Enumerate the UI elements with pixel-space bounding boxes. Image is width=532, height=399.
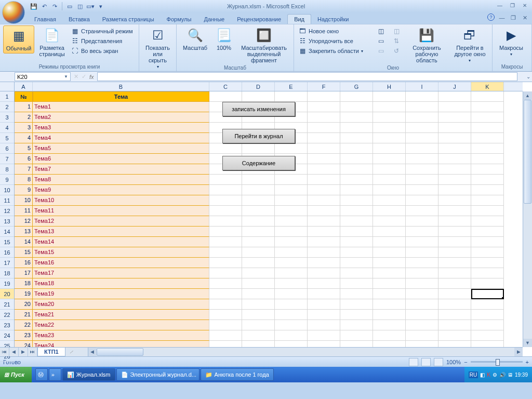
column-headers[interactable]: ABCDEFGHIJK bbox=[15, 82, 523, 91]
scroll-right-icon[interactable]: ▶ bbox=[514, 348, 523, 356]
ribbon-tab[interactable]: Рецензирование bbox=[231, 15, 287, 24]
cell[interactable] bbox=[340, 133, 373, 143]
reset-pos-button[interactable]: ↺ bbox=[391, 46, 403, 56]
cell[interactable] bbox=[209, 237, 242, 247]
cell[interactable] bbox=[275, 216, 308, 227]
ribbon-tab[interactable]: Главная bbox=[28, 15, 62, 24]
normal-view-button[interactable]: ▦ Обычный bbox=[3, 25, 34, 54]
cell[interactable] bbox=[406, 310, 438, 320]
cell[interactable] bbox=[471, 206, 504, 216]
close-icon[interactable]: ✕ bbox=[520, 1, 530, 9]
cell[interactable] bbox=[438, 164, 471, 175]
cell[interactable] bbox=[340, 310, 373, 320]
cell[interactable] bbox=[242, 185, 275, 195]
cell[interactable] bbox=[340, 299, 373, 310]
cell[interactable] bbox=[471, 185, 504, 195]
cell[interactable]: 2 bbox=[15, 112, 33, 123]
cell[interactable] bbox=[373, 143, 406, 154]
full-screen-button[interactable]: ⛶Во весь экран bbox=[70, 46, 134, 56]
cell[interactable] bbox=[209, 195, 242, 206]
cell[interactable] bbox=[471, 330, 504, 341]
row-header[interactable]: 20 bbox=[0, 289, 14, 299]
cell[interactable] bbox=[242, 278, 275, 289]
cell[interactable]: 1 bbox=[15, 102, 33, 112]
cell[interactable] bbox=[308, 237, 340, 247]
cell[interactable]: Тема20 bbox=[33, 299, 209, 310]
tray-icon[interactable]: K bbox=[487, 372, 490, 378]
cell[interactable]: Тема12 bbox=[33, 216, 209, 227]
cell[interactable] bbox=[308, 310, 340, 320]
cell[interactable]: 23 bbox=[15, 330, 33, 341]
new-sheet-tab[interactable]: ⟋ bbox=[65, 348, 77, 356]
cell[interactable] bbox=[373, 320, 406, 330]
cell[interactable] bbox=[406, 206, 438, 216]
cell[interactable] bbox=[340, 91, 373, 102]
qat-icon[interactable]: ▭▾ bbox=[86, 2, 95, 11]
cell[interactable]: Тема21 bbox=[33, 310, 209, 320]
cell[interactable] bbox=[406, 195, 438, 206]
cell[interactable] bbox=[471, 258, 504, 268]
cell[interactable] bbox=[275, 320, 308, 330]
qat-dropdown-icon[interactable]: ▾ bbox=[96, 2, 105, 11]
cell[interactable] bbox=[275, 258, 308, 268]
cell[interactable] bbox=[209, 310, 242, 320]
column-header[interactable]: J bbox=[438, 82, 471, 91]
row-header[interactable]: 10 bbox=[0, 185, 14, 195]
cell[interactable] bbox=[471, 299, 504, 310]
quick-launch-item[interactable]: Ⓜ bbox=[35, 368, 48, 381]
cell[interactable] bbox=[373, 216, 406, 227]
cell[interactable] bbox=[340, 227, 373, 237]
cell[interactable]: 22 bbox=[15, 320, 33, 330]
cell[interactable]: 24 bbox=[15, 341, 33, 347]
cell[interactable]: Тема24 bbox=[33, 341, 209, 347]
cell[interactable]: Тема11 bbox=[33, 206, 209, 216]
cell[interactable]: Тема7 bbox=[33, 164, 209, 175]
save-changes-button[interactable]: записать изменения bbox=[222, 102, 295, 116]
cell[interactable] bbox=[308, 133, 340, 143]
cell[interactable]: Тема4 bbox=[33, 133, 209, 143]
cell[interactable] bbox=[275, 175, 308, 185]
unhide-button[interactable]: ▭ bbox=[376, 46, 390, 56]
cell[interactable] bbox=[406, 330, 438, 341]
normal-view-icon[interactable] bbox=[409, 358, 418, 366]
cell[interactable]: Тема18 bbox=[33, 278, 209, 289]
cell[interactable] bbox=[406, 289, 438, 299]
row-header[interactable]: 14 bbox=[0, 227, 14, 237]
cell[interactable] bbox=[340, 237, 373, 247]
row-header[interactable]: 16 bbox=[0, 247, 14, 258]
cell[interactable] bbox=[438, 185, 471, 195]
cell[interactable] bbox=[471, 175, 504, 185]
cell[interactable] bbox=[308, 299, 340, 310]
cell[interactable] bbox=[406, 154, 438, 164]
cell[interactable] bbox=[406, 216, 438, 227]
ribbon-tab[interactable]: Формулы bbox=[161, 15, 198, 24]
cell[interactable] bbox=[340, 195, 373, 206]
cell[interactable] bbox=[242, 216, 275, 227]
cell[interactable] bbox=[438, 123, 471, 133]
cell[interactable] bbox=[406, 112, 438, 123]
cell[interactable] bbox=[340, 289, 373, 299]
cell[interactable] bbox=[209, 278, 242, 289]
cell[interactable] bbox=[471, 320, 504, 330]
cell[interactable]: 15 bbox=[15, 247, 33, 258]
save-workspace-button[interactable]: 💾 Сохранить рабочую область bbox=[405, 25, 449, 65]
cell[interactable] bbox=[373, 278, 406, 289]
cell[interactable] bbox=[406, 268, 438, 278]
taskbar-item-folder[interactable]: 📁Анютка после 1 года bbox=[201, 368, 274, 381]
cell[interactable] bbox=[308, 330, 340, 341]
ribbon-tab[interactable]: Надстройки bbox=[311, 15, 355, 24]
cell[interactable] bbox=[471, 143, 504, 154]
cell[interactable] bbox=[242, 91, 275, 102]
cell[interactable] bbox=[406, 247, 438, 258]
ribbon-tab[interactable]: Вставка bbox=[62, 15, 96, 24]
row-header[interactable]: 18 bbox=[0, 268, 14, 278]
go-to-journal-button[interactable]: Перейти в журнал bbox=[222, 129, 295, 143]
macros-button[interactable]: ▶ Макросы▾ bbox=[496, 25, 527, 58]
system-tray[interactable]: RU ◧ K ⚙ 🔊 🖥 19:39 bbox=[464, 367, 532, 382]
cell[interactable] bbox=[308, 206, 340, 216]
cell[interactable] bbox=[406, 133, 438, 143]
scroll-down-icon[interactable]: ▼ bbox=[523, 339, 532, 347]
cell[interactable] bbox=[373, 237, 406, 247]
cell[interactable] bbox=[340, 185, 373, 195]
row-header[interactable]: 3 bbox=[0, 112, 14, 123]
